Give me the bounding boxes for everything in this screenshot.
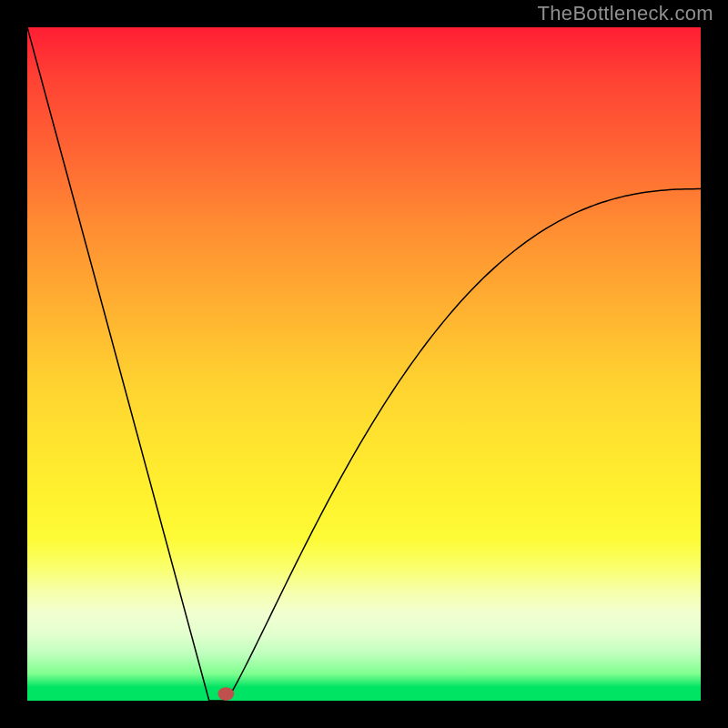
bottleneck-curve	[27, 27, 701, 701]
chart-svg	[27, 27, 701, 701]
watermark-text: TheBottleneck.com	[538, 2, 713, 25]
minimum-marker	[217, 687, 234, 701]
chart-frame: TheBottleneck.com	[0, 0, 728, 728]
